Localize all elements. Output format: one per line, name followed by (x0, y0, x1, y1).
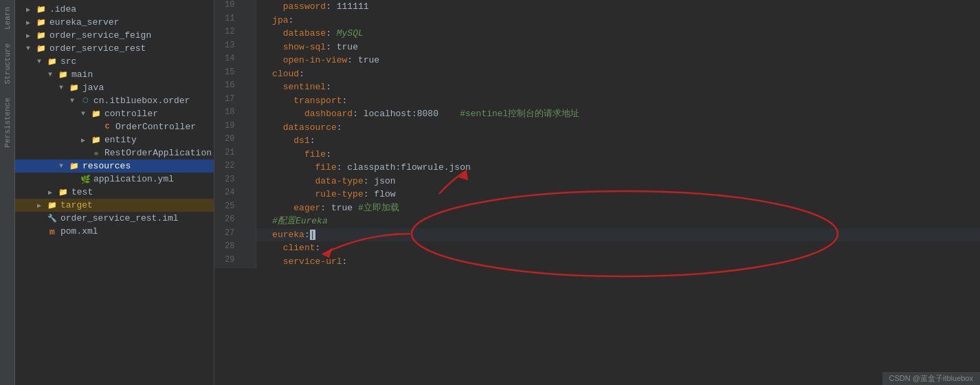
arrow-java: ▼ (59, 84, 69, 91)
tree-item-test[interactable]: ▶ 📁 test (15, 186, 214, 199)
tree-item-order-controller[interactable]: C OrderController (15, 120, 214, 133)
line-content-21: file: (256, 148, 980, 162)
gutter-24 (242, 188, 256, 201)
folder-icon-feign: 📁 (36, 31, 47, 41)
folder-icon-main: 📁 (58, 70, 69, 80)
gutter-16 (242, 80, 256, 94)
tree-item-eureka-server[interactable]: ▶ 📁 eureka_server (15, 16, 214, 29)
arrow-eureka-server: ▶ (26, 19, 36, 27)
line-content-16: sentinel: (256, 80, 980, 94)
tree-label-yml: application.yml (93, 174, 174, 184)
persistence-tab[interactable]: Persistence (1, 91, 14, 155)
tree-item-entity[interactable]: ▶ 📁 entity (15, 133, 214, 146)
line-content-17: transport: (256, 94, 980, 108)
line-num-13: 13 (214, 41, 242, 54)
line-num-27: 27 (214, 228, 242, 242)
folder-icon-entity: 📁 (91, 135, 102, 145)
tree-item-java[interactable]: ▼ 📁 java (15, 81, 214, 94)
tree-label-eureka-server: eureka_server (49, 17, 119, 28)
line-17: 17 transport: (214, 94, 980, 108)
folder-icon-eureka-server: 📁 (36, 18, 47, 28)
line-16: 16 sentinel: (214, 80, 980, 94)
line-content-18: dashboard: localhost:8080 #sentinel控制台的请… (256, 107, 980, 121)
tree-item-pom[interactable]: m pom.xml (15, 225, 214, 238)
structure-tab[interactable]: Structure (1, 36, 14, 91)
tree-item-iml[interactable]: 🔧 order_service_rest.iml (15, 212, 214, 225)
tree-item-rest-order-app[interactable]: ❋ RestOrderApplication (15, 146, 214, 160)
line-num-18: 18 (214, 107, 242, 121)
line-content-22: file: classpath:flowrule.json (256, 161, 980, 175)
tree-label-java: java (82, 82, 104, 93)
gutter-25 (242, 201, 256, 215)
line-num-26: 26 (214, 214, 242, 228)
line-26: 26 #配置Eureka (214, 214, 980, 228)
line-num-25: 25 (214, 201, 242, 215)
line-25: 25 eager: true #立即加载 (214, 201, 980, 215)
tree-item-order-service-rest[interactable]: ▼ 📁 order_service_rest (15, 42, 214, 55)
line-15: 15 cloud: (214, 67, 980, 81)
line-num-19: 19 (214, 121, 242, 135)
maven-icon: m (47, 227, 58, 236)
line-content-26: #配置Eureka (256, 214, 980, 228)
gutter-17 (242, 94, 256, 108)
folder-icon-java: 📁 (69, 83, 80, 93)
arrow-resources: ▼ (59, 162, 69, 170)
line-content-20: ds1: (256, 134, 980, 148)
yml-icon: 🌿 (80, 175, 91, 184)
arrow-entity: ▶ (81, 136, 91, 144)
tree-label-package: cn.itbluebox.order (93, 96, 190, 106)
line-10: 10 password: 111111 (214, 0, 980, 14)
tree-item-resources[interactable]: ▼ 📁 resources (15, 160, 214, 173)
tree-label-idea: .idea (49, 4, 76, 14)
gutter-11 (242, 14, 256, 28)
folder-icon-test: 📁 (58, 188, 69, 197)
folder-icon-target: 📁 (47, 201, 58, 210)
gutter-27 (242, 228, 256, 242)
line-num-14: 14 (214, 54, 242, 67)
line-12: 12 database: MySQL (214, 27, 980, 41)
line-19: 19 datasource: (214, 121, 980, 135)
tree-label-pom: pom.xml (60, 226, 98, 236)
gutter-15 (242, 67, 256, 81)
spring-icon-rest-app: ❋ (91, 148, 102, 158)
line-14: 14 open-in-view: true (214, 54, 980, 67)
left-side-tabs: Learn Structure Persistence (0, 0, 15, 385)
gutter-14 (242, 54, 256, 67)
tree-item-main[interactable]: ▼ 📁 main (15, 68, 214, 81)
arrow-package: ▼ (70, 97, 80, 104)
line-24: 24 rule-type: flow (214, 188, 980, 201)
gutter-21 (242, 148, 256, 162)
tree-label-test: test (71, 187, 93, 197)
tree-label-order-ctrl: OrderController (115, 122, 196, 132)
line-num-16: 16 (214, 80, 242, 94)
tree-label-target: target (60, 200, 93, 210)
arrow-main: ▼ (48, 71, 58, 78)
watermark: CSDN @蓝盒子itbluebox (882, 372, 980, 385)
line-28: 28 client: (214, 241, 980, 255)
tree-label-order-feign: order_service_feign (49, 30, 151, 41)
line-27: 27 eureka:| (214, 228, 980, 242)
tree-item-order-service-feign[interactable]: ▶ 📁 order_service_feign (15, 29, 214, 42)
line-content-12: database: MySQL (256, 27, 980, 41)
line-content-14: open-in-view: true (256, 54, 980, 67)
tree-item-controller[interactable]: ▼ 📁 controller (15, 107, 214, 120)
tree-item-package[interactable]: ▼ ⬡ cn.itbluebox.order (15, 94, 214, 107)
folder-icon-idea: 📁 (36, 5, 47, 14)
folder-icon-resources: 📁 (69, 162, 80, 171)
line-11: 11 jpa: (214, 14, 980, 28)
code-editor[interactable]: 10 password: 111111 11 jpa: 12 database:… (214, 0, 980, 385)
line-num-29: 29 (214, 255, 242, 269)
line-content-19: datasource: (256, 121, 980, 135)
line-20: 20 ds1: (214, 134, 980, 148)
tree-item-idea[interactable]: ▶ 📁 .idea (15, 3, 214, 16)
tree-item-application-yml[interactable]: 🌿 application.yml (15, 173, 214, 186)
gutter-13 (242, 41, 256, 54)
arrow-src: ▼ (37, 58, 47, 65)
line-content-27: eureka:| (256, 228, 980, 242)
line-content-24: rule-type: flow (256, 188, 980, 201)
gutter-20 (242, 134, 256, 148)
tree-item-target[interactable]: ▶ 📁 target (15, 199, 214, 212)
gutter-29 (242, 255, 256, 269)
learn-tab[interactable]: Learn (1, 0, 14, 36)
tree-item-src[interactable]: ▼ 📁 src (15, 55, 214, 68)
